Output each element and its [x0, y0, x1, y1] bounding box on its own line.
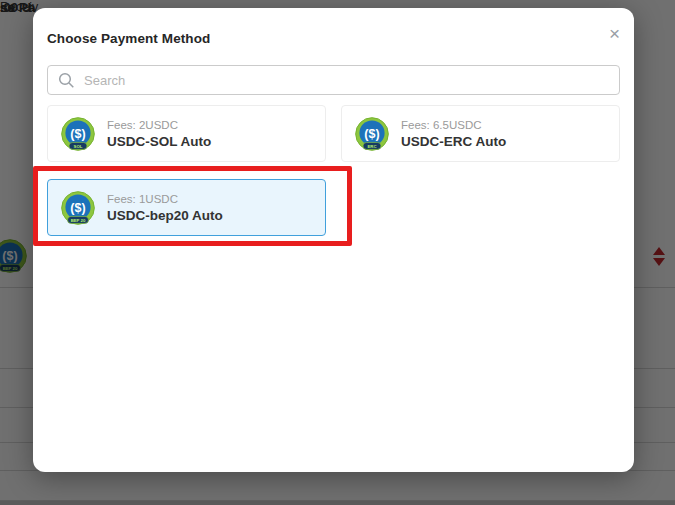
- payment-option-text: Fees: 2USDC USDC-SOL Auto: [107, 118, 211, 150]
- search-box[interactable]: [47, 65, 620, 95]
- dialog-title: Choose Payment Method: [47, 31, 210, 46]
- payment-option-usdc-bep20[interactable]: ($) BEP 20 Fees: 1USDC USDC-bep20 Auto: [47, 179, 326, 236]
- close-icon[interactable]: ×: [609, 24, 620, 43]
- svg-text:($): ($): [364, 126, 379, 140]
- payment-option-usdc-erc[interactable]: ($) ERC Fees: 6.5USDC USDC-ERC Auto: [341, 105, 620, 162]
- payment-option-name: USDC-ERC Auto: [401, 133, 506, 150]
- payment-method-list: ($) SOL Fees: 2USDC USDC-SOL Auto ($) ER…: [47, 105, 620, 236]
- payment-option-usdc-sol[interactable]: ($) SOL Fees: 2USDC USDC-SOL Auto: [47, 105, 326, 162]
- payment-option-name: USDC-bep20 Auto: [107, 207, 223, 224]
- svg-text:SOL: SOL: [74, 143, 83, 148]
- usdc-erc-coin-icon: ($) ERC: [355, 117, 389, 151]
- svg-text:($): ($): [70, 126, 85, 140]
- screen: se Pa ($) BEP 20 .00 U Receiv ss: [0, 0, 675, 505]
- search-input[interactable]: [84, 73, 611, 88]
- svg-text:($): ($): [70, 200, 85, 214]
- choose-payment-method-dialog: Choose Payment Method × ($) SOL Fee: [33, 8, 634, 472]
- svg-text:ERC: ERC: [367, 143, 376, 148]
- payment-option-text: Fees: 1USDC USDC-bep20 Auto: [107, 192, 223, 224]
- payment-option-name: USDC-SOL Auto: [107, 133, 211, 150]
- usdc-sol-coin-icon: ($) SOL: [61, 117, 95, 151]
- payment-option-fees: Fees: 2USDC: [107, 118, 211, 132]
- search-icon: [58, 72, 75, 89]
- payment-option-fees: Fees: 1USDC: [107, 192, 223, 206]
- payment-option-fees: Fees: 6.5USDC: [401, 118, 506, 132]
- payment-option-text: Fees: 6.5USDC USDC-ERC Auto: [401, 118, 506, 150]
- usdc-bep20-coin-icon: ($) BEP 20: [61, 191, 95, 225]
- dialog-header: Choose Payment Method ×: [47, 22, 620, 47]
- svg-text:BEP 20: BEP 20: [71, 217, 86, 222]
